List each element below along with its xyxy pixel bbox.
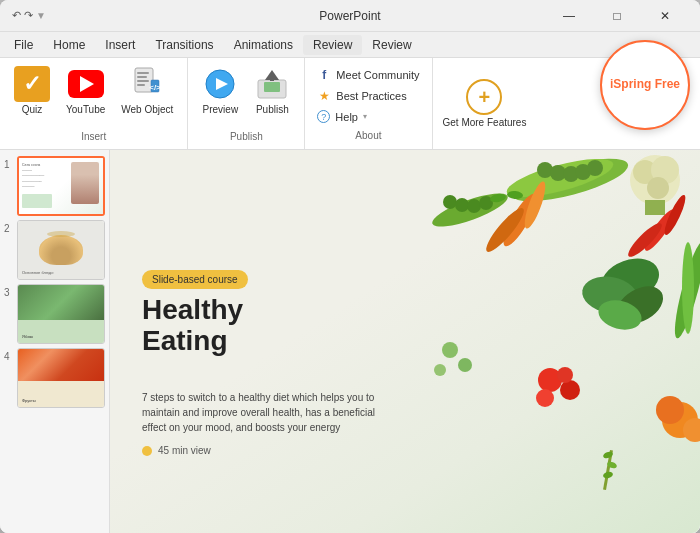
slide-text-area: Slide-based course HealthyEating 7 steps… bbox=[110, 150, 700, 533]
quiz-label: Quiz bbox=[22, 104, 43, 116]
quiz-check-icon: ✓ bbox=[14, 66, 50, 102]
publish-label: Publish bbox=[256, 104, 289, 116]
ribbon-section-insert: ✓ Quiz YouTube bbox=[0, 58, 188, 149]
thumb1-text: Сата сосна────────────────────────── bbox=[22, 163, 58, 191]
close-button[interactable]: ✕ bbox=[642, 0, 688, 32]
slide-meta-text: 45 min view bbox=[158, 445, 211, 456]
quiz-button[interactable]: ✓ Quiz bbox=[8, 62, 56, 120]
slide-canvas: Slide-based course HealthyEating 7 steps… bbox=[110, 150, 700, 533]
svg-text:</>: </> bbox=[150, 83, 162, 92]
thumb2-bowl bbox=[39, 235, 83, 265]
help-label: Help bbox=[335, 111, 358, 123]
slide-meta: 45 min view bbox=[142, 445, 211, 456]
ribbon: ✓ Quiz YouTube bbox=[0, 58, 700, 150]
publish-button[interactable]: Publish bbox=[248, 62, 296, 120]
slide-thumb-3[interactable]: Ябзак bbox=[17, 284, 105, 344]
thumb1-person bbox=[71, 162, 99, 204]
meet-community-link[interactable]: f Meet Community bbox=[313, 66, 423, 84]
help-dropdown-icon: ▾ bbox=[363, 112, 367, 121]
thumb3-bg: Ябзак bbox=[18, 285, 104, 343]
thumb4-caption: Фрукты bbox=[22, 398, 36, 403]
help-icon: ? bbox=[317, 110, 330, 123]
document-icon: </> bbox=[129, 66, 165, 102]
slide-thumb-4[interactable]: Фрукты bbox=[17, 348, 105, 408]
publish-svg bbox=[254, 66, 290, 102]
slide-number-1: 1 bbox=[4, 159, 14, 170]
slide-item-1[interactable]: 1 Сата сосна────────────────────────── bbox=[4, 156, 105, 216]
ispring-badge[interactable]: iSpring Free bbox=[600, 40, 690, 130]
slide-item-2[interactable]: 2 Основное блюдо bbox=[4, 220, 105, 280]
menu-animations[interactable]: Animations bbox=[224, 35, 303, 55]
plus-icon: + bbox=[479, 87, 491, 107]
preview-icon bbox=[202, 66, 238, 102]
ribbon-section-getmore[interactable]: + Get More Features bbox=[433, 58, 537, 149]
youtube-icon-area bbox=[68, 66, 104, 102]
insert-buttons: ✓ Quiz YouTube bbox=[8, 62, 179, 129]
ribbon-section-about: f Meet Community ★ Best Practices ? Help… bbox=[305, 58, 432, 149]
main-slide-canvas: Slide-based course HealthyEating 7 steps… bbox=[110, 150, 700, 533]
window-title: PowerPoint bbox=[319, 9, 380, 23]
thumb4-fruit bbox=[18, 349, 104, 381]
meta-dot-icon bbox=[142, 446, 152, 456]
webobject-icon: </> bbox=[129, 66, 165, 102]
play-icon bbox=[80, 76, 94, 92]
facebook-icon: f bbox=[317, 68, 331, 82]
ribbon-section-publish: Preview Publish Publish bbox=[188, 58, 305, 149]
svg-rect-10 bbox=[264, 82, 280, 92]
thumb3-veg bbox=[18, 285, 104, 320]
menu-insert[interactable]: Insert bbox=[95, 35, 145, 55]
webobject-button[interactable]: </> Web Object bbox=[115, 62, 179, 120]
menu-file[interactable]: File bbox=[4, 35, 43, 55]
slide-number-4: 4 bbox=[4, 351, 14, 362]
youtube-icon bbox=[68, 70, 104, 98]
slide-description: 7 steps to switch to a healthy diet whic… bbox=[142, 390, 382, 435]
menu-transitions[interactable]: Transitions bbox=[145, 35, 223, 55]
slide-title: HealthyEating bbox=[142, 295, 243, 357]
thumb3-caption: Ябзак bbox=[22, 334, 33, 339]
slide-number-3: 3 bbox=[4, 287, 14, 298]
maximize-button[interactable]: □ bbox=[594, 0, 640, 32]
more-btn[interactable]: ▼ bbox=[36, 10, 46, 21]
menu-home[interactable]: Home bbox=[43, 35, 95, 55]
svg-rect-2 bbox=[137, 76, 147, 78]
preview-button[interactable]: Preview bbox=[196, 62, 244, 120]
slide-badge: Slide-based course bbox=[142, 270, 248, 289]
publish-section-label: Publish bbox=[230, 131, 263, 145]
svg-rect-4 bbox=[137, 84, 145, 86]
minimize-button[interactable]: — bbox=[546, 0, 592, 32]
webobject-label: Web Object bbox=[121, 104, 173, 116]
best-practices-label: Best Practices bbox=[336, 90, 406, 102]
slide-thumb-1[interactable]: Сата сосна────────────────────────── bbox=[17, 156, 105, 216]
menu-bar: File Home Insert Transitions Animations … bbox=[0, 32, 700, 58]
undo-btn[interactable]: ↶ bbox=[12, 9, 21, 22]
star-icon: ★ bbox=[317, 89, 331, 103]
checkmark-icon: ✓ bbox=[23, 71, 41, 97]
best-practices-link[interactable]: ★ Best Practices bbox=[313, 87, 423, 105]
main-content: 1 Сата сосна────────────────────────── 2 bbox=[0, 150, 700, 533]
slide-item-4[interactable]: 4 Фрукты bbox=[4, 348, 105, 408]
slide-number-2: 2 bbox=[4, 223, 14, 234]
menu-slideshow[interactable]: Review bbox=[303, 35, 362, 55]
preview-label: Preview bbox=[203, 104, 239, 116]
app-window: ↶ ↷ ▼ PowerPoint — □ ✕ File Home Insert … bbox=[0, 0, 700, 533]
thumb1-book bbox=[22, 194, 52, 208]
thumb4-bg: Фрукты bbox=[18, 349, 104, 407]
preview-svg bbox=[202, 66, 238, 102]
slide-thumb-2[interactable]: Основное блюдо bbox=[17, 220, 105, 280]
menu-review[interactable]: Review bbox=[362, 35, 421, 55]
thumb1-bg: Сата сосна────────────────────────── bbox=[19, 158, 103, 214]
insert-section-label: Insert bbox=[81, 131, 106, 145]
title-bar: ↶ ↷ ▼ PowerPoint — □ ✕ bbox=[0, 0, 700, 32]
getmore-icon: + bbox=[466, 79, 502, 115]
svg-rect-12 bbox=[270, 73, 274, 81]
help-link[interactable]: ? Help ▾ bbox=[313, 108, 423, 125]
redo-btn[interactable]: ↷ bbox=[24, 9, 33, 22]
getmore-label: Get More Features bbox=[443, 117, 527, 129]
thumb2-bg: Основное блюдо bbox=[18, 221, 104, 279]
slide-item-3[interactable]: 3 Ябзак bbox=[4, 284, 105, 344]
youtube-button[interactable]: YouTube bbox=[60, 62, 111, 120]
youtube-label: YouTube bbox=[66, 104, 105, 116]
title-bar-controls: ↶ ↷ ▼ bbox=[12, 9, 52, 22]
svg-rect-1 bbox=[137, 72, 149, 74]
publish-buttons: Preview Publish bbox=[196, 62, 296, 129]
